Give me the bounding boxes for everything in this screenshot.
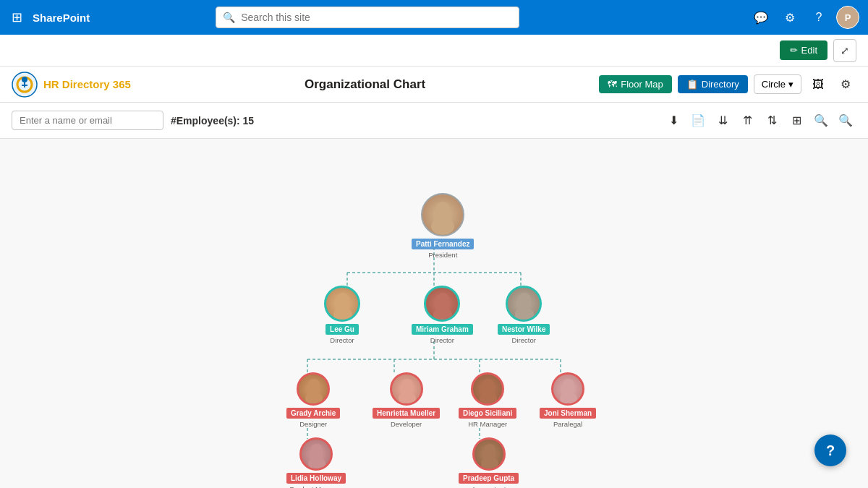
svg-point-18 xyxy=(435,202,450,216)
toolbar-right-actions: ⬇ 📄 ⇊ ⇈ ⇅ ⊞ 🔍 🔍 xyxy=(663,110,856,132)
name-henrietta: Henrietta Mueller xyxy=(373,408,440,419)
chat-icon[interactable]: 💬 xyxy=(749,6,773,29)
zoom-out-icon[interactable]: 🔍 xyxy=(810,110,832,132)
avatar-miriam xyxy=(424,286,460,322)
expand-all-icon[interactable]: ⇈ xyxy=(736,110,758,132)
directory-icon: 📋 xyxy=(686,79,698,90)
floor-map-button[interactable]: 🗺 Floor Map xyxy=(599,75,672,93)
person-lee[interactable]: Lee Gu Director xyxy=(324,286,360,344)
name-patti: Patti Fernandez xyxy=(412,239,474,249)
person-nestor[interactable]: Nestor Wilke Director xyxy=(498,286,550,344)
avatar-henrietta xyxy=(390,372,423,406)
person-lidia[interactable]: Lidia Holloway Product Manager xyxy=(286,437,346,488)
toolbar: #Employee(s): 15 ⬇ 📄 ⇊ ⇈ ⇅ ⊞ 🔍 🔍 xyxy=(0,103,868,139)
svg-point-2 xyxy=(22,77,27,82)
search-icon: 🔍 xyxy=(223,12,235,23)
svg-point-21 xyxy=(333,307,352,320)
chart-area[interactable]: Patti Fernandez President Lee Gu Directo… xyxy=(0,139,868,488)
export-icon[interactable]: 📄 xyxy=(687,110,709,132)
edit-pencil-icon: ✏ xyxy=(790,45,798,56)
name-lee: Lee Gu xyxy=(326,324,359,335)
svg-point-31 xyxy=(480,392,497,404)
title-patti: President xyxy=(428,251,457,259)
name-miriam: Miriam Graham xyxy=(412,324,473,335)
svg-point-37 xyxy=(481,457,498,469)
avatar-lidia xyxy=(299,437,333,471)
name-joni: Joni Sherman xyxy=(540,408,596,419)
person-diego[interactable]: Diego Siciliani HR Manager xyxy=(459,372,516,428)
download-icon[interactable]: ⬇ xyxy=(663,110,684,132)
nav-right-actions: 💬 ⚙ ? P xyxy=(749,6,859,29)
svg-point-26 xyxy=(308,379,320,390)
person-patti[interactable]: Patti Fernandez President xyxy=(412,193,474,259)
name-search-input[interactable] xyxy=(12,111,163,130)
app-logo: HR Directory 365 xyxy=(12,72,131,98)
avatar-grady xyxy=(297,372,330,406)
name-diego: Diego Siciliani xyxy=(459,408,516,419)
title-nestor: Director xyxy=(512,336,536,344)
svg-point-36 xyxy=(484,444,495,455)
app-logo-icon xyxy=(12,72,38,98)
directory-button[interactable]: 📋 Directory xyxy=(678,75,748,93)
avatar-patti xyxy=(421,193,464,236)
edit-bar: ✏ Edit ⤢ xyxy=(0,35,868,67)
page-title: Organizational Chart xyxy=(131,77,599,92)
employee-count: #Employee(s): 15 xyxy=(171,115,254,127)
svg-point-29 xyxy=(399,392,416,404)
help-fab-button[interactable]: ? xyxy=(814,435,846,466)
avatar-joni xyxy=(551,372,584,406)
map-icon: 🗺 xyxy=(608,79,617,90)
zoom-in-icon[interactable]: 🔍 xyxy=(835,110,856,132)
search-input[interactable] xyxy=(216,7,519,28)
circle-dropdown[interactable]: Circle ▾ xyxy=(754,74,801,94)
svg-point-33 xyxy=(560,392,577,404)
person-joni[interactable]: Joni Sherman Paralegal xyxy=(540,372,596,428)
person-pradeep[interactable]: Pradeep Gupta Accountant xyxy=(459,437,519,488)
svg-point-24 xyxy=(518,293,531,306)
fit-icon[interactable]: ⇅ xyxy=(761,110,783,132)
chevron-down-icon: ▾ xyxy=(788,79,793,90)
title-henrietta: Developer xyxy=(391,420,422,428)
avatar-nestor xyxy=(506,286,542,322)
org-chart: Patti Fernandez President Lee Gu Directo… xyxy=(14,153,854,479)
top-navigation: ⊞ SharePoint 🔍 💬 ⚙ ? P xyxy=(0,0,868,35)
name-grady: Grady Archie xyxy=(286,408,340,419)
avatar[interactable]: P xyxy=(836,6,859,29)
avatar-lee xyxy=(324,286,360,322)
svg-point-22 xyxy=(436,293,449,306)
help-icon[interactable]: ? xyxy=(807,6,830,29)
title-lee: Director xyxy=(330,336,354,344)
edit-button[interactable]: ✏ Edit xyxy=(780,40,827,60)
title-grady: Designer xyxy=(299,420,327,428)
svg-point-35 xyxy=(308,457,326,469)
svg-point-28 xyxy=(401,379,413,390)
svg-point-25 xyxy=(515,307,534,320)
search-container: 🔍 xyxy=(216,7,519,28)
person-henrietta[interactable]: Henrietta Mueller Developer xyxy=(373,372,440,428)
app-logo-text: HR Directory 365 xyxy=(43,78,131,90)
name-lidia: Lidia Holloway xyxy=(286,473,346,484)
app-header: HR Directory 365 Organizational Chart 🗺 … xyxy=(0,67,868,103)
hierarchy-icon[interactable]: ⊞ xyxy=(786,110,807,132)
svg-point-34 xyxy=(311,444,323,455)
avatar-diego xyxy=(471,372,504,406)
person-miriam[interactable]: Miriam Graham Director xyxy=(412,286,473,344)
avatar-pradeep xyxy=(472,437,506,471)
svg-point-27 xyxy=(305,392,323,404)
title-pradeep: Accountant xyxy=(472,485,506,488)
name-nestor: Nestor Wilke xyxy=(498,324,550,335)
collapse-all-icon[interactable]: ⇊ xyxy=(712,110,733,132)
title-joni: Paralegal xyxy=(553,420,582,428)
header-actions: 🗺 Floor Map 📋 Directory Circle ▾ 🖼 ⚙ xyxy=(599,74,856,95)
title-diego: HR Manager xyxy=(468,420,507,428)
waffle-icon[interactable]: ⊞ xyxy=(9,7,25,28)
expand-button[interactable]: ⤢ xyxy=(833,39,856,62)
name-pradeep: Pradeep Gupta xyxy=(459,473,519,484)
svg-point-32 xyxy=(563,379,574,390)
settings-icon[interactable]: ⚙ xyxy=(778,6,801,29)
screenshot-icon[interactable]: 🖼 xyxy=(807,74,829,95)
svg-point-23 xyxy=(433,307,452,320)
settings-cog-icon[interactable]: ⚙ xyxy=(835,74,856,95)
person-grady[interactable]: Grady Archie Designer xyxy=(286,372,340,428)
svg-point-30 xyxy=(482,379,494,390)
